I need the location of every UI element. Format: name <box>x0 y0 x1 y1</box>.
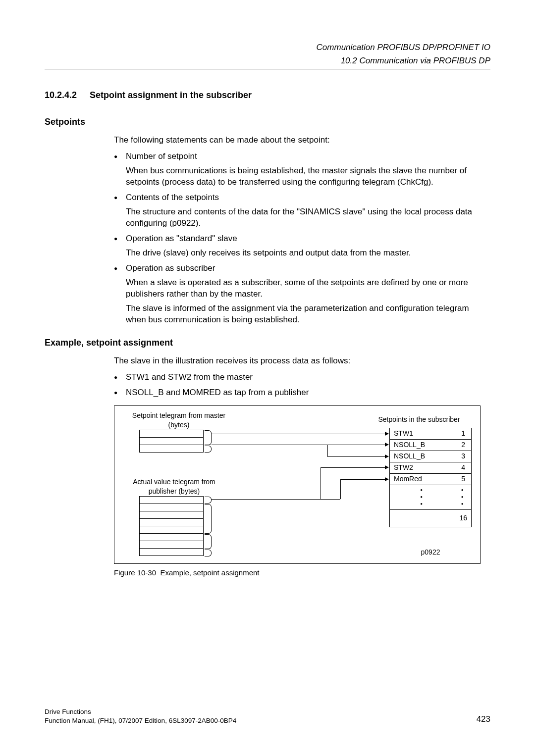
arrow-line <box>212 445 386 445</box>
figure-caption: Figure 10-30 Example, setpoint assignmen… <box>114 568 490 578</box>
figure-label-master: Setpoint telegram from master (bytes) <box>129 411 228 430</box>
page-footer: Drive Functions Function Manual, (FH1), … <box>45 707 490 725</box>
example-intro: The slave in the illustration receives i… <box>114 355 490 367</box>
brace-icon <box>205 550 212 556</box>
byte-row <box>139 504 204 511</box>
setpoint-name-cell: NSOLL_B <box>390 439 455 451</box>
arrow-line <box>340 479 341 499</box>
brace-icon <box>205 446 212 453</box>
setpoint-index-cell: 4 <box>455 462 472 473</box>
arrow-line <box>327 445 328 456</box>
setpoint-name-cell: STW2 <box>390 462 455 473</box>
arrow-line <box>212 499 321 500</box>
brace-icon <box>205 497 212 504</box>
table-row: MomRed 5 <box>390 473 472 485</box>
byte-row <box>139 430 204 438</box>
brace-icon <box>205 534 212 549</box>
setpoints-heading: Setpoints <box>45 116 490 128</box>
arrow-line <box>212 434 386 434</box>
brace-icon <box>205 504 212 534</box>
byte-row <box>139 533 204 541</box>
byte-row <box>139 518 204 526</box>
ellipsis-cell: ●●● <box>455 485 472 509</box>
table-row: ●●● ●●● <box>390 485 472 509</box>
list-item-title: Contents of the setpoints <box>126 193 219 202</box>
list-item: Operation as "standard" slave The drive … <box>114 233 490 259</box>
page: Communication PROFIBUS DP/PROFINET IO 10… <box>0 0 535 756</box>
setpoint-index-cell: 5 <box>455 473 472 485</box>
footer-line1: Drive Functions <box>45 707 236 716</box>
figure-label-subscriber: Setpoints in the subscriber <box>367 415 471 424</box>
byte-row <box>139 541 204 549</box>
example-list: STW1 and STW2 from the master NSOLL_B an… <box>114 372 490 399</box>
list-item-para: The slave is informed of the assignment … <box>126 303 490 326</box>
table-row: 16 <box>390 509 472 527</box>
setpoint-name-cell <box>390 509 455 527</box>
setpoint-index-cell: 16 <box>455 509 472 527</box>
list-item-text: NSOLL_B and MOMRED as tap from a publish… <box>126 388 309 397</box>
arrow-line <box>321 467 321 499</box>
setpoints-intro: The following statements can be made abo… <box>114 135 490 146</box>
section-heading-row: 10.2.4.2 Setpoint assignment in the subs… <box>45 89 490 101</box>
byte-row <box>139 445 204 453</box>
byte-row <box>139 526 204 534</box>
setpoints-list: Number of setpoint When bus communicatio… <box>114 151 490 325</box>
table-row: STW2 4 <box>390 462 472 473</box>
list-item: Operation as subscriber When a slave is … <box>114 263 490 326</box>
master-byte-rows <box>139 430 204 452</box>
section-title: Setpoint assignment in the subscriber <box>90 89 252 101</box>
byte-row <box>139 548 204 556</box>
publisher-byte-rows <box>139 496 204 555</box>
running-header-line1: Communication PROFIBUS DP/PROFINET IO <box>45 42 490 53</box>
list-item: Contents of the setpoints The structure … <box>114 192 490 229</box>
list-item-para: The drive (slave) only receives its setp… <box>126 248 490 259</box>
setpoint-name-cell: NSOLL_B <box>390 451 455 462</box>
list-item-para: When a slave is operated as a subscriber… <box>126 277 490 300</box>
footer-left: Drive Functions Function Manual, (FH1), … <box>45 707 236 725</box>
example-body: The slave in the illustration receives i… <box>114 355 490 399</box>
ellipsis-cell: ●●● <box>390 485 455 509</box>
arrow-line <box>340 479 386 480</box>
list-item-title: Operation as "standard" slave <box>126 234 237 243</box>
setpoint-name-cell: STW1 <box>390 428 455 439</box>
list-item-title: Number of setpoint <box>126 151 197 161</box>
table-row: STW1 1 <box>390 428 472 439</box>
list-item: STW1 and STW2 from the master <box>114 372 490 383</box>
list-item-para: When bus communications is being establi… <box>126 165 490 188</box>
figure-label-actual: Actual value telegram from publisher (by… <box>123 477 225 496</box>
figure-diagram: Setpoint telegram from master (bytes) Se… <box>114 405 481 564</box>
byte-row <box>139 437 204 445</box>
setpoint-name-cell: MomRed <box>390 473 455 485</box>
section-number: 10.2.4.2 <box>45 89 77 101</box>
setpoints-body: The following statements can be made abo… <box>114 135 490 325</box>
setpoint-index-cell: 1 <box>455 428 472 439</box>
byte-row <box>139 511 204 519</box>
arrowhead-icon <box>385 477 389 481</box>
list-item-text: STW1 and STW2 from the master <box>126 372 253 382</box>
byte-row <box>139 496 204 504</box>
list-item: Number of setpoint When bus communicatio… <box>114 151 490 188</box>
table-row: NSOLL_B 2 <box>390 439 472 451</box>
brace-icon <box>205 430 212 445</box>
header-rule <box>45 69 490 69</box>
list-item-para: The structure and contents of the data f… <box>126 206 490 229</box>
table-row: NSOLL_B 3 <box>390 451 472 462</box>
arrow-line <box>321 467 386 468</box>
list-item: NSOLL_B and MOMRED as tap from a publish… <box>114 387 490 399</box>
footer-line2: Function Manual, (FH1), 07/2007 Edition,… <box>45 716 236 725</box>
arrowhead-icon <box>385 465 389 469</box>
figure-param-label: p0922 <box>389 548 472 557</box>
page-number: 423 <box>477 714 490 725</box>
figure-caption-text: Example, setpoint assignment <box>160 568 259 577</box>
list-item-title: Operation as subscriber <box>126 263 215 273</box>
figure-caption-prefix: Figure 10-30 <box>114 568 156 577</box>
running-header-line2: 10.2 Communication via PROFIBUS DP <box>45 55 490 67</box>
setpoint-index-cell: 3 <box>455 451 472 462</box>
arrow-line <box>327 456 386 457</box>
figure-wrap: Setpoint telegram from master (bytes) Se… <box>114 405 490 564</box>
subscriber-setpoint-table: STW1 1 NSOLL_B 2 NSOLL_B 3 STW2 4 MomRed <box>389 428 472 527</box>
setpoint-index-cell: 2 <box>455 439 472 451</box>
arrowhead-icon <box>385 432 389 436</box>
arrow-line <box>321 499 340 500</box>
arrowhead-icon <box>385 454 389 458</box>
